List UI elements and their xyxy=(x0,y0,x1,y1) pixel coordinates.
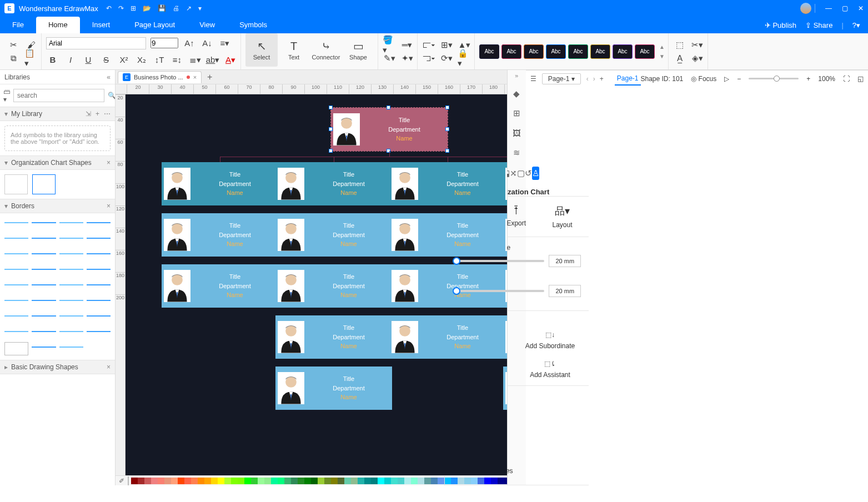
menu-home[interactable]: Home xyxy=(36,17,80,33)
font-color-icon[interactable]: A▾ xyxy=(224,53,237,67)
publish-button[interactable]: ✈ Publish xyxy=(765,21,796,29)
chevron-down-icon[interactable]: ▾ xyxy=(4,202,8,210)
org-node[interactable]: TitleDepartmentName xyxy=(275,213,392,257)
color-swatch[interactable] xyxy=(424,478,431,484)
color-swatch[interactable] xyxy=(184,478,191,484)
import-library-icon[interactable]: ⇲ xyxy=(86,110,91,118)
add-page-icon[interactable]: + xyxy=(600,75,604,83)
color-swatch[interactable] xyxy=(244,478,251,484)
cut-icon[interactable]: ✂ xyxy=(7,38,20,52)
border-item[interactable] xyxy=(87,233,111,239)
selection-handle[interactable] xyxy=(329,127,333,131)
play-icon[interactable]: ▷ xyxy=(724,75,729,83)
color-swatch[interactable] xyxy=(418,478,424,484)
superscript-icon[interactable]: X² xyxy=(117,53,131,67)
color-swatch[interactable] xyxy=(131,478,138,484)
zoom-slider[interactable] xyxy=(749,78,799,79)
paste-icon[interactable]: 📋▾ xyxy=(24,52,38,65)
style-swatch[interactable]: Abc xyxy=(613,44,633,59)
grid-tool-icon[interactable]: ⊞ xyxy=(510,107,523,119)
distribute-icon[interactable]: ⫎▾ xyxy=(422,52,435,65)
border-item[interactable] xyxy=(87,264,111,270)
align-text-icon[interactable]: ≡▾ xyxy=(218,37,232,50)
redo-icon[interactable]: ↷ xyxy=(118,4,124,12)
user-avatar-icon[interactable] xyxy=(800,3,811,14)
present-tool-icon[interactable]: ▢ xyxy=(517,167,525,180)
style-swatch[interactable]: Abc xyxy=(501,44,521,59)
color-swatch[interactable] xyxy=(378,478,384,484)
color-swatch[interactable] xyxy=(231,478,238,484)
maximize-button[interactable]: ▢ xyxy=(842,4,848,12)
border-item[interactable] xyxy=(32,218,56,223)
chevron-right-icon[interactable]: ▸ xyxy=(4,363,8,371)
font-size-select[interactable] xyxy=(150,38,178,48)
qat-more-icon[interactable]: ▾ xyxy=(198,4,202,12)
text-highlight-icon[interactable]: ab▾ xyxy=(206,53,219,67)
org-node[interactable]: TitleDepartmentName xyxy=(162,213,278,257)
border-item[interactable] xyxy=(4,233,28,239)
selection-handle[interactable] xyxy=(329,149,333,153)
zoom-in-icon[interactable]: + xyxy=(806,75,810,83)
fit-page-icon[interactable]: ⛶ xyxy=(843,75,850,83)
color-swatch[interactable] xyxy=(178,478,184,484)
color-swatch[interactable] xyxy=(391,478,398,484)
strike-icon[interactable]: S xyxy=(99,53,113,67)
color-swatch[interactable] xyxy=(271,478,278,484)
border-item[interactable] xyxy=(32,233,56,239)
add-subordinate-button[interactable]: ⬚↓Add Subordinate xyxy=(519,331,581,350)
color-swatch[interactable] xyxy=(158,478,164,484)
color-swatch[interactable] xyxy=(251,478,258,484)
color-swatch[interactable] xyxy=(218,478,224,484)
style-swatches[interactable]: AbcAbcAbcAbcAbcAbcAbcAbc xyxy=(479,44,655,59)
close-section-icon[interactable]: × xyxy=(107,159,111,167)
close-tab-icon[interactable]: × xyxy=(193,74,197,81)
focus-button[interactable]: ◎ Focus xyxy=(691,75,716,83)
org-node[interactable]: TitleDepartmentName xyxy=(331,108,448,151)
color-swatch[interactable] xyxy=(344,478,351,484)
org-node[interactable]: TitleDepartmentName xyxy=(503,367,507,410)
print-icon[interactable]: 🖨 xyxy=(173,4,179,12)
org-node[interactable]: TitleDepartmentName xyxy=(389,315,506,359)
border-item[interactable] xyxy=(4,311,28,317)
menu-view[interactable]: View xyxy=(187,17,227,33)
menu-page-layout[interactable]: Page Layout xyxy=(122,17,187,33)
org-node[interactable]: TitleDepartmentName xyxy=(503,213,507,257)
crop-icon[interactable]: ✂▾ xyxy=(691,38,704,52)
close-section-icon[interactable]: × xyxy=(107,363,111,371)
line-color-icon[interactable]: ✎▾ xyxy=(383,52,396,65)
page-selector[interactable]: Page-1 ▾ xyxy=(542,73,581,84)
menu-symbols[interactable]: Symbols xyxy=(227,17,279,33)
border-item[interactable] xyxy=(59,264,83,270)
color-swatch[interactable] xyxy=(204,478,211,484)
border-item[interactable] xyxy=(32,327,56,332)
text-direction-icon[interactable]: ↕T xyxy=(153,53,166,67)
add-tab-icon[interactable]: + xyxy=(207,72,212,82)
color-swatch[interactable] xyxy=(284,478,291,484)
border-item[interactable] xyxy=(87,311,111,317)
collapse-libraries-icon[interactable]: « xyxy=(107,73,111,81)
bullets-icon[interactable]: ≣▾ xyxy=(188,53,202,67)
color-swatch[interactable] xyxy=(304,478,311,484)
effects-icon[interactable]: ◈▾ xyxy=(691,52,704,65)
org-node[interactable]: TitleDepartmentName xyxy=(275,162,392,205)
collapse-right-icon[interactable]: « xyxy=(515,73,518,80)
org-shape-thumb[interactable] xyxy=(32,174,56,194)
zoom-out-icon[interactable]: − xyxy=(737,75,741,83)
org-node[interactable]: TitleDepartmentName xyxy=(275,315,392,359)
help-button[interactable]: ?▾ xyxy=(852,21,860,29)
org-node[interactable]: TitleDepartmentName xyxy=(503,315,507,359)
italic-icon[interactable]: I xyxy=(64,53,77,67)
history-tool-icon[interactable]: ↺ xyxy=(525,167,532,180)
selection-handle[interactable] xyxy=(445,106,449,109)
selection-handle[interactable] xyxy=(387,106,390,109)
color-swatch[interactable] xyxy=(364,478,371,484)
page-tool-icon[interactable]: ▤ ⬓ ⤨ ▢ ↺ ♙ xyxy=(510,167,523,180)
border-item[interactable] xyxy=(32,342,56,348)
connector-tool[interactable]: ⤷Connector xyxy=(310,33,342,67)
select-tool[interactable]: ↖Select xyxy=(245,33,278,67)
selection-handle[interactable] xyxy=(445,127,449,131)
border-item[interactable] xyxy=(59,249,83,254)
color-swatch[interactable] xyxy=(324,478,331,484)
next-page-icon[interactable]: › xyxy=(593,75,595,83)
border-item[interactable] xyxy=(87,327,111,332)
